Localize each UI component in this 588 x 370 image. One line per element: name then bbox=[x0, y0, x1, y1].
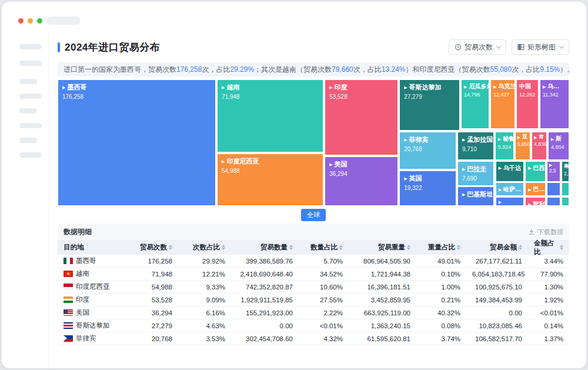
tab-placeholder bbox=[46, 16, 81, 25]
treemap-cell[interactable]: ▶越南71,948 bbox=[217, 79, 323, 152]
sidebar-skeleton-bar bbox=[19, 152, 42, 158]
treemap-cell[interactable]: ▶巴… bbox=[525, 182, 546, 196]
table-row: 美国36,2946.16%155,291,923.002.22%663,925,… bbox=[58, 306, 569, 319]
treemap-cell[interactable]: ▶乌…11,342 bbox=[540, 79, 569, 129]
drilldown-arrow-icon: ▶ bbox=[543, 85, 546, 89]
treemap-cell[interactable]: ▶亚5,650 bbox=[515, 132, 530, 160]
treemap-cell-label: ▶美国 bbox=[329, 160, 393, 169]
treemap-cell[interactable]: ▶智利 bbox=[525, 197, 546, 206]
treemap-cell[interactable]: ▶印度53,528 bbox=[325, 79, 398, 155]
treemap-cell[interactable]: 中国12,262 bbox=[516, 79, 539, 129]
treemap-cell[interactable] bbox=[562, 197, 569, 206]
treemap-cell[interactable] bbox=[547, 197, 560, 206]
treemap-cell[interactable] bbox=[562, 182, 569, 196]
page-title: 2024年进口贸易分布 bbox=[65, 41, 160, 54]
table-value-cell: 0.14% bbox=[528, 322, 569, 329]
treemap-cell-label: ▶菲律宾 bbox=[404, 135, 452, 144]
treemap-cell-value: 27,279 bbox=[404, 94, 455, 100]
maximize-window-button[interactable] bbox=[37, 18, 42, 24]
table-value-cell: 2,418,690,648.40 bbox=[231, 271, 299, 278]
table-value-cell: 0.08% bbox=[416, 322, 466, 329]
minimize-window-button[interactable] bbox=[28, 18, 33, 24]
treemap-cell-value: 53,528 bbox=[329, 94, 393, 100]
sortable-column-header[interactable]: 金额占比 bbox=[528, 240, 569, 255]
chart-type-dropdown[interactable]: 矩形树图 bbox=[512, 39, 569, 55]
sortable-column-header[interactable]: 重量占比 bbox=[416, 240, 466, 255]
treemap-cell[interactable]: 南2,2 bbox=[562, 161, 569, 182]
treemap-cell[interactable] bbox=[547, 182, 560, 196]
treemap-cell[interactable]: ▶菲律宾20,768 bbox=[399, 132, 456, 169]
table-value-cell: 1.30% bbox=[528, 284, 569, 291]
drilldown-arrow-icon: ▶ bbox=[62, 85, 65, 89]
drilldown-arrow-icon: ▶ bbox=[404, 138, 407, 142]
sortable-column-header[interactable]: 次数占比 bbox=[178, 240, 231, 255]
treemap-cell[interactable]: ▶哈萨… bbox=[496, 182, 524, 196]
sortable-column-header[interactable]: 数量占比 bbox=[299, 240, 349, 255]
table-value-cell: 100,925,675.10 bbox=[466, 284, 528, 291]
treemap-cell[interactable]: ▶巴西 bbox=[525, 161, 546, 182]
treemap-cell[interactable]: ▶厄瓜多尔14,796 bbox=[461, 79, 489, 129]
metric-dropdown[interactable]: 贸易次数 bbox=[449, 39, 506, 55]
sidebar-skeleton-bar bbox=[19, 79, 37, 84]
treemap-cell[interactable]: ▶乌干达 bbox=[496, 161, 524, 182]
download-data-button[interactable]: 下载数据 bbox=[528, 228, 563, 236]
table-value-cell: 149,384,453.99 bbox=[466, 296, 528, 304]
country-flag-icon bbox=[64, 322, 73, 329]
table-value-cell: 742,352,820.87 bbox=[231, 284, 299, 291]
treemap-cell-label: ▶智利 bbox=[528, 200, 543, 206]
drilldown-arrow-icon: ▶ bbox=[464, 85, 467, 89]
table-row: 印度尼西亚54,9889.33%742,352,820.8710.60%16,3… bbox=[58, 281, 569, 294]
sort-carets-icon bbox=[560, 245, 563, 250]
treemap-cell-value: 19,322 bbox=[404, 185, 452, 191]
treemap-cell[interactable]: ▶印度尼西亚54,988 bbox=[217, 154, 323, 206]
table-value-cell: 61,595,620.81 bbox=[349, 335, 416, 342]
sidebar-skeleton-bar bbox=[19, 138, 37, 143]
drilldown-arrow-icon: ▶ bbox=[462, 138, 465, 142]
treemap-cell[interactable]: ▶美国36,294 bbox=[325, 156, 398, 206]
column-header-label: 金额占比 bbox=[534, 239, 558, 256]
table-value-cell: 10,823,085.46 bbox=[466, 322, 528, 329]
drilldown-arrow-icon: ▶ bbox=[551, 137, 554, 141]
treemap-cell[interactable]: ▶巴拉圭7,690 bbox=[457, 161, 494, 186]
drilldown-arrow-icon: ▶ bbox=[499, 200, 502, 204]
destination-cell: 墨西哥 bbox=[58, 256, 122, 265]
treemap-cell-value: 2,2 bbox=[564, 171, 567, 176]
treemap-cell[interactable]: ▶哥斯达黎加27,279 bbox=[399, 79, 460, 131]
treemap-cell[interactable]: ▶ bbox=[496, 197, 524, 206]
treemap-cell[interactable]: ▶秘鲁5,924 bbox=[495, 132, 514, 160]
treemap-cell[interactable]: ▶乌克兰12,427 bbox=[490, 79, 515, 129]
column-header-label: 重量占比 bbox=[428, 243, 455, 252]
table-value-cell: 9.33% bbox=[178, 284, 231, 291]
table-value-cell: 1,721,944.38 bbox=[349, 271, 416, 278]
treemap-cell-value: 2,5 bbox=[549, 168, 558, 174]
global-breadcrumb-button[interactable]: 全球 bbox=[301, 209, 326, 221]
table-value-cell: 54,988 bbox=[122, 284, 178, 291]
destination-name: 美国 bbox=[76, 308, 89, 317]
treemap-cell[interactable]: ▶斯4,804 bbox=[548, 132, 569, 160]
sortable-column-header[interactable]: 贸易次数 bbox=[122, 240, 178, 255]
chevron-down-icon bbox=[496, 44, 501, 48]
treemap-cell-value: 4,836 bbox=[534, 141, 544, 147]
treemap-cell-value: 5,924 bbox=[498, 144, 511, 150]
sortable-column-header[interactable]: 贸易重量 bbox=[349, 240, 416, 255]
destination-name: 印度 bbox=[76, 295, 89, 304]
treemap-cell[interactable]: ▶2,5 bbox=[547, 161, 560, 182]
sortable-column-header[interactable]: 贸易金额 bbox=[466, 240, 528, 255]
table-row: 印度53,5289.09%1,929,911,519.8527.55%3,452… bbox=[58, 294, 569, 306]
metric-dropdown-label: 贸易次数 bbox=[465, 42, 493, 52]
treemap-cell-label: ▶巴基斯坦 bbox=[462, 190, 489, 199]
sortable-column-header[interactable]: 贸易数量 bbox=[231, 240, 299, 255]
treemap-cell[interactable]: ▶英国19,322 bbox=[399, 171, 456, 206]
treemap-cell-label: ▶ bbox=[499, 200, 521, 204]
destination-name: 印度尼西亚 bbox=[76, 282, 110, 291]
treemap-cell[interactable]: ▶巴基斯坦 bbox=[457, 186, 494, 206]
drilldown-arrow-icon: ▶ bbox=[329, 85, 332, 89]
treemap-cell[interactable]: ▶墨西哥176,258 bbox=[58, 79, 216, 206]
table-value-cell: 3,452,859.95 bbox=[349, 296, 416, 304]
table-value-cell: 10.60% bbox=[299, 284, 349, 291]
download-label: 下载数据 bbox=[537, 228, 563, 236]
treemap-cell[interactable]: ▶肯4,836 bbox=[532, 132, 547, 160]
treemap-cell[interactable]: ▶孟加拉国9,710 bbox=[457, 132, 494, 160]
table-value-cell: 36,294 bbox=[122, 309, 178, 316]
close-window-button[interactable] bbox=[18, 18, 24, 24]
